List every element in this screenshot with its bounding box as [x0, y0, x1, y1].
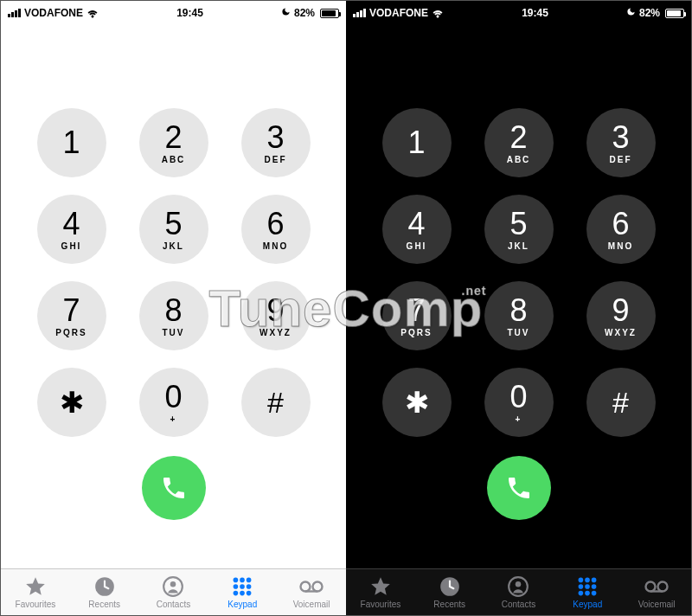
- key-digit: ✱: [405, 388, 429, 417]
- key-hash[interactable]: #: [241, 368, 311, 437]
- status-bar: VODAFONE 19:45 82%: [346, 1, 691, 22]
- signal-icon: [353, 9, 366, 17]
- moon-icon: [281, 7, 291, 19]
- tab-label: Contacts: [502, 600, 535, 609]
- svg-point-24: [579, 591, 584, 596]
- key-2[interactable]: 2ABC: [139, 108, 208, 177]
- svg-point-3: [234, 578, 239, 583]
- svg-point-19: [585, 578, 590, 583]
- key-letters: ABC: [162, 155, 186, 164]
- tab-recents[interactable]: Recents: [415, 569, 484, 615]
- tab-contacts[interactable]: Contacts: [484, 569, 554, 615]
- clock: 19:45: [99, 7, 281, 19]
- key-3[interactable]: 3DEF: [241, 108, 311, 177]
- key-2[interactable]: 2ABC: [484, 108, 554, 177]
- tab-recents[interactable]: Recents: [70, 569, 139, 615]
- svg-point-4: [240, 578, 245, 583]
- svg-point-5: [247, 578, 252, 583]
- tab-label: Contacts: [157, 600, 190, 609]
- key-letters: DEF: [265, 155, 287, 164]
- svg-point-9: [234, 591, 239, 596]
- key-5[interactable]: 5JKL: [139, 195, 208, 264]
- svg-point-8: [247, 584, 252, 589]
- keypad: 12ABC3DEF4GHI5JKL6MNO7PQRS8TUV9WXYZ✱0+#: [346, 108, 691, 437]
- key-digit: 2: [164, 122, 182, 153]
- key-9[interactable]: 9WXYZ: [241, 281, 311, 350]
- tab-voicemail[interactable]: Voicemail: [277, 569, 346, 615]
- svg-point-22: [585, 584, 590, 589]
- tab-label: Keypad: [227, 600, 257, 609]
- call-button[interactable]: [142, 456, 206, 520]
- key-digit: 4: [62, 209, 80, 240]
- key-digit: 8: [509, 295, 527, 326]
- key-9[interactable]: 9WXYZ: [586, 281, 656, 350]
- moon-icon: [626, 7, 636, 19]
- contacts-icon: [507, 575, 529, 598]
- key-0[interactable]: 0+: [139, 368, 208, 437]
- svg-point-27: [646, 582, 656, 592]
- tab-label: Favourites: [361, 600, 401, 609]
- key-digit: 9: [612, 295, 629, 326]
- tab-voicemail[interactable]: Voicemail: [622, 569, 691, 615]
- key-5[interactable]: 5JKL: [484, 195, 554, 264]
- key-digit: 9: [266, 295, 284, 326]
- tab-bar: FavouritesRecentsContactsKeypadVoicemail: [1, 568, 346, 615]
- key-letters: TUV: [163, 328, 185, 337]
- svg-point-26: [592, 591, 597, 596]
- key-digit: 3: [266, 122, 284, 153]
- battery-icon: [665, 9, 684, 18]
- recents-icon: [439, 575, 461, 598]
- carrier-label: VODAFONE: [24, 7, 83, 19]
- key-4[interactable]: 4GHI: [382, 195, 452, 264]
- key-0[interactable]: 0+: [484, 368, 554, 437]
- key-3[interactable]: 3DEF: [586, 108, 656, 177]
- status-bar: VODAFONE 19:45 82%: [1, 1, 346, 22]
- key-letters: MNO: [608, 241, 633, 251]
- key-letters: WXYZ: [260, 328, 292, 337]
- key-digit: #: [612, 388, 629, 417]
- battery-pct: 82%: [294, 7, 315, 19]
- tab-bar: FavouritesRecentsContactsKeypadVoicemail: [346, 568, 691, 615]
- key-4[interactable]: 4GHI: [37, 195, 106, 264]
- call-button[interactable]: [487, 456, 551, 520]
- favourites-icon: [369, 575, 392, 598]
- tab-keypad[interactable]: Keypad: [553, 569, 622, 615]
- key-digit: 2: [509, 122, 527, 153]
- svg-point-21: [579, 584, 584, 589]
- key-letters: WXYZ: [605, 328, 637, 337]
- battery-icon: [320, 9, 339, 18]
- key-letters: JKL: [163, 241, 184, 251]
- tab-label: Favourites: [16, 600, 56, 609]
- key-letters: DEF: [610, 155, 632, 164]
- key-hash[interactable]: #: [586, 368, 656, 437]
- key-6[interactable]: 6MNO: [586, 195, 656, 264]
- contacts-icon: [162, 575, 184, 598]
- tab-contacts[interactable]: Contacts: [139, 569, 208, 615]
- key-digit: ✱: [60, 388, 84, 417]
- tab-favourites[interactable]: Favourites: [346, 569, 415, 615]
- key-6[interactable]: 6MNO: [241, 195, 311, 264]
- key-7[interactable]: 7PQRS: [37, 281, 106, 350]
- svg-point-17: [516, 581, 522, 587]
- key-8[interactable]: 8TUV: [139, 281, 208, 350]
- battery-pct: 82%: [639, 7, 660, 19]
- key-star[interactable]: ✱: [382, 368, 452, 437]
- phone-icon: [505, 474, 533, 502]
- svg-point-2: [170, 581, 176, 587]
- key-1[interactable]: 1: [37, 108, 106, 177]
- tab-keypad[interactable]: Keypad: [208, 569, 277, 615]
- recents-icon: [93, 575, 116, 598]
- key-7[interactable]: 7PQRS: [382, 281, 452, 350]
- favourites-icon: [24, 575, 47, 598]
- svg-point-13: [313, 582, 323, 592]
- svg-point-20: [592, 578, 597, 583]
- key-letters: MNO: [263, 241, 288, 251]
- key-8[interactable]: 8TUV: [484, 281, 554, 350]
- key-star[interactable]: ✱: [37, 368, 106, 437]
- key-1[interactable]: 1: [382, 108, 452, 177]
- key-letters: PQRS: [400, 328, 432, 337]
- key-letters: JKL: [508, 241, 529, 251]
- tab-favourites[interactable]: Favourites: [1, 569, 70, 615]
- key-digit: 1: [407, 127, 425, 158]
- svg-point-11: [247, 591, 252, 596]
